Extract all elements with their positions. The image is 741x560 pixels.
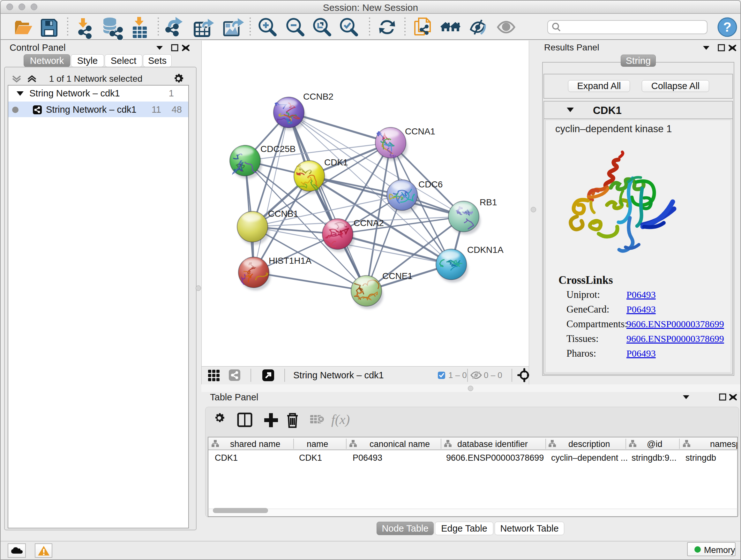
svg-text:CDC6: CDC6 bbox=[418, 179, 443, 189]
svg-text:?: ? bbox=[723, 19, 731, 35]
svg-text:CDC25B: CDC25B bbox=[260, 144, 295, 154]
svg-text:database identifier: database identifier bbox=[457, 439, 528, 449]
svg-text:HIST1H1A: HIST1H1A bbox=[269, 256, 312, 266]
svg-text:name: name bbox=[307, 439, 328, 449]
svg-text:CCNA1: CCNA1 bbox=[405, 126, 435, 136]
svg-text:cyclin–dependent ...: cyclin–dependent ... bbox=[551, 453, 628, 462]
svg-text:0 – 0: 0 – 0 bbox=[484, 370, 502, 380]
svg-text:P06493: P06493 bbox=[353, 453, 382, 462]
svg-text:description: description bbox=[568, 439, 610, 449]
svg-text:CDK1: CDK1 bbox=[215, 453, 238, 462]
svg-text:CDK1: CDK1 bbox=[299, 453, 322, 462]
svg-text:CDK1: CDK1 bbox=[324, 158, 348, 167]
svg-text:f(x): f(x) bbox=[331, 412, 350, 427]
svg-text:stringdb:9...: stringdb:9... bbox=[631, 453, 677, 462]
svg-text:9606.ENSP00000378699: 9606.ENSP00000378699 bbox=[446, 453, 544, 462]
svg-text:namespac: namespac bbox=[710, 439, 737, 449]
svg-text:CCNB2: CCNB2 bbox=[303, 91, 333, 102]
svg-text:stringdb: stringdb bbox=[685, 453, 716, 462]
svg-text:RB1: RB1 bbox=[480, 197, 497, 207]
svg-text:CCNA2: CCNA2 bbox=[354, 218, 384, 228]
svg-text:CCNB1: CCNB1 bbox=[268, 209, 298, 219]
svg-text:shared name: shared name bbox=[230, 439, 280, 449]
svg-text:@id: @id bbox=[647, 439, 662, 449]
svg-text:1 – 0: 1 – 0 bbox=[448, 370, 467, 380]
svg-text:String Network – cdk1: String Network – cdk1 bbox=[293, 370, 384, 380]
svg-text:CDKN1A: CDKN1A bbox=[467, 245, 503, 255]
svg-text:canonical name: canonical name bbox=[369, 439, 430, 449]
svg-text:CCNE1: CCNE1 bbox=[382, 271, 413, 281]
